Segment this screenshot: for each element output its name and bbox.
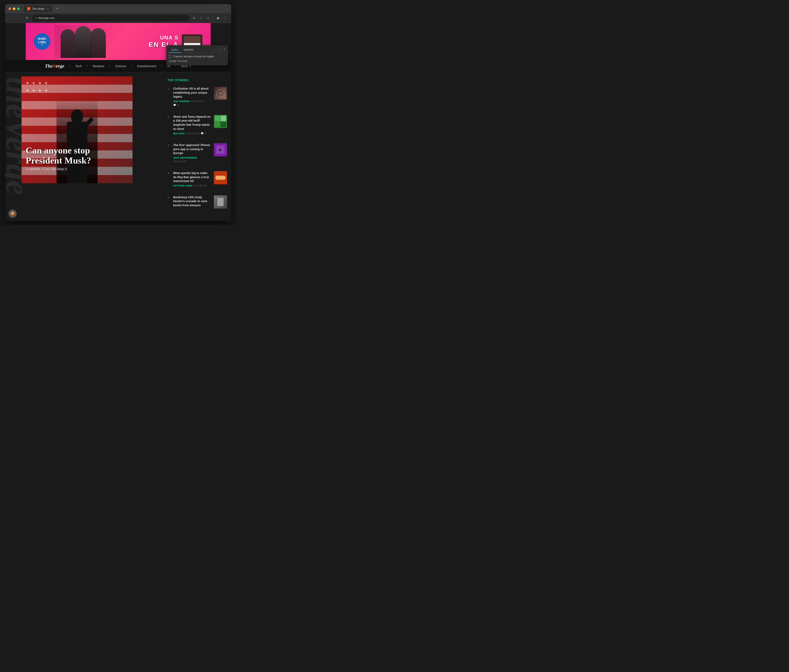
page-content: inglés español ⋮ × Traducir siempre el t… — [5, 23, 231, 221]
figure-head — [71, 109, 83, 124]
cookie-icon: 🍪 — [10, 211, 15, 216]
star-6: ★ — [32, 88, 35, 93]
back-button[interactable]: ← — [8, 15, 14, 21]
tab-favicon: V — [27, 7, 30, 10]
hero-text-overlay: Can anyone stop President Musk? A republ… — [26, 146, 128, 171]
tab-close-button[interactable]: × — [46, 7, 50, 10]
story-item-3[interactable]: 3 The first 'approved' iPhone porn app i… — [168, 143, 227, 167]
nav-link-entertainment[interactable]: Entertainment — [137, 64, 156, 68]
profile-button[interactable]: ◉ — [215, 15, 221, 21]
title-bar: V The Verge × + ⌄ — [5, 4, 231, 13]
translate-tab-espanol[interactable]: español — [181, 47, 196, 53]
story-author-1: ASH PARRISH — [173, 100, 190, 102]
active-tab[interactable]: V The Verge × — [24, 5, 53, 12]
star-8: ★ — [44, 88, 48, 93]
translate-popup: inglés español ⋮ × Traducir siempre el t… — [166, 45, 228, 65]
story-item-4[interactable]: 4 Meta spends big to make its Ray-Ban gl… — [168, 171, 227, 191]
site-logo-text: TheVerge — [45, 63, 64, 69]
star-5: ★ — [26, 88, 29, 93]
hero-stars: ★ ★ ★ ★ ★ ★ ★ ★ — [26, 81, 48, 93]
story-comments-2: 💬 22 — [201, 132, 207, 135]
browser-window: V The Verge × + ⌄ ← → ↻ ⊙ theverge.com A — [5, 4, 231, 221]
ad-logo-line1: BUBU — [38, 37, 46, 40]
hero-image[interactable]: ★ ★ ★ ★ ★ ★ ★ ★ — [22, 77, 133, 183]
window-controls — [8, 7, 20, 10]
translate-always-label: Traducir siempre el texto en inglés — [173, 55, 214, 58]
story-title-3: The first 'approved' iPhone porn app is … — [173, 143, 211, 155]
maximize-button[interactable] — [17, 7, 20, 10]
nav-link-reviews[interactable]: Reviews — [93, 64, 104, 68]
translate-more-button[interactable]: ⋮ — [219, 48, 222, 51]
story-title-4: Meta spends big to make its Ray-Ban glas… — [173, 171, 211, 183]
star-icon: ☆ — [200, 16, 202, 20]
main-content: theVerge ★ ★ ★ ★ ★ ★ ★ ★ — [5, 72, 231, 221]
book-shape — [217, 198, 224, 206]
nav-divider-4: / — [131, 64, 132, 68]
story-number-1: 1 — [168, 87, 171, 90]
back-icon: ← — [10, 16, 13, 20]
story-number-4: 4 — [168, 172, 171, 175]
story-time-4: 2:54 PM CST — [194, 185, 207, 187]
forward-button[interactable]: → — [16, 15, 22, 21]
story-meta-2: MIA SATO 4:25 PM CST 💬 22 — [173, 132, 211, 135]
story-content-4: Meta spends big to make its Ray-Ban glas… — [173, 171, 211, 187]
star-2: ★ — [32, 81, 35, 85]
reload-button[interactable]: ↻ — [24, 15, 30, 21]
glasses-shape — [215, 176, 225, 180]
story-number-3: 3 — [168, 144, 171, 147]
story-thumb-5 — [214, 195, 227, 209]
ad-text-line1: UNA S — [120, 35, 179, 41]
tab-title: The Verge — [32, 7, 45, 10]
thumb-cell-3 — [215, 121, 220, 127]
translate-tab-ingles[interactable]: inglés — [169, 47, 180, 53]
ad-logo: BUBU LUBU ® — [34, 33, 50, 50]
story-item-5[interactable]: 5 Bookshop CEO Andy Hunter's crusade to … — [168, 195, 227, 213]
nav-link-science[interactable]: Science — [115, 64, 126, 68]
translate-always-checkbox[interactable] — [169, 55, 172, 58]
site-logo[interactable]: TheVerge — [45, 63, 64, 69]
translate-button[interactable]: A — [191, 15, 197, 21]
translate-icon: A — [193, 16, 195, 19]
close-button[interactable] — [8, 7, 11, 10]
story-item-2[interactable]: 2 Shein and Temu depend on a 100-year-ol… — [168, 115, 227, 139]
story-author-4: VICTORIA SONG — [173, 185, 193, 187]
story-time-3: 9:03 AM CST — [173, 160, 187, 163]
address-input-field[interactable]: ⊙ theverge.com — [32, 15, 189, 21]
hero-headline[interactable]: Can anyone stop President Musk? — [26, 146, 128, 166]
translate-branding: Google Translate — [169, 59, 225, 63]
cookie-consent-button[interactable]: 🍪 — [8, 209, 17, 218]
story-thumb-4 — [214, 171, 227, 184]
thumb-cell-2 — [221, 116, 226, 121]
translate-close-button[interactable]: × — [224, 48, 225, 51]
translate-body: Traducir siempre el texto en inglés Goog… — [166, 53, 228, 65]
nav-link-tech[interactable]: Tech — [75, 64, 82, 68]
ad-person-1 — [61, 29, 75, 58]
star-7: ★ — [38, 88, 42, 93]
ad-logo-line2: LUBU — [38, 40, 46, 44]
tab-expand-button[interactable]: ⌄ — [225, 7, 228, 10]
top-stories-sidebar: Top Stories 1 Civilization VII is all ab… — [163, 77, 231, 221]
address-bar: ← → ↻ ⊙ theverge.com A ☆ □ ◉ — [5, 13, 231, 23]
extensions-button[interactable]: □ — [205, 15, 211, 21]
star-3: ★ — [38, 81, 42, 85]
story-title-1: Civilization VII is all about establishi… — [173, 87, 211, 99]
menu-button[interactable]: ⋮ — [222, 15, 228, 21]
bookmark-button[interactable]: ☆ — [198, 15, 204, 21]
thumb-cell-1 — [215, 116, 220, 121]
chocolate-top — [184, 36, 200, 42]
story-item-1[interactable]: 1 Civilization VII is all about establis… — [168, 87, 227, 111]
story-title-2: Shein and Temu depend on a 100-year-old … — [173, 115, 211, 131]
ad-person-2 — [75, 26, 91, 58]
minimize-button[interactable] — [13, 7, 15, 10]
story-number-5: 5 — [168, 196, 171, 199]
toolbar-actions: A ☆ □ ◉ ⋮ — [191, 15, 228, 21]
translate-checkbox-row: Traducir siempre el texto en inglés — [169, 55, 225, 58]
reload-icon: ↻ — [26, 16, 28, 20]
star-4: ★ — [44, 81, 48, 85]
new-tab-button[interactable]: + — [54, 6, 60, 11]
tab-bar: V The Verge × + — [24, 5, 223, 12]
story-thumb-1: VII — [214, 87, 227, 100]
story-thumb-3: ▶ — [214, 143, 227, 156]
story-author-3: JESS WEATHERBED — [173, 156, 197, 159]
story-meta-4: VICTORIA SONG 2:54 PM CST — [173, 185, 211, 187]
